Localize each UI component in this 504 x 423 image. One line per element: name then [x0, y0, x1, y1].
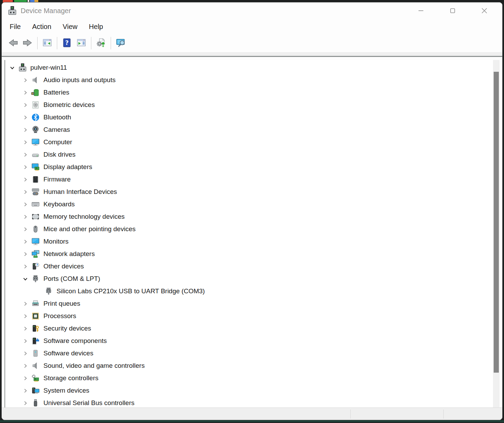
chevron-right-icon[interactable] [20, 126, 31, 134]
tree-item-pulver-win11[interactable]: pulver-win11 [5, 61, 493, 74]
forward-button[interactable] [20, 36, 35, 50]
tree-item-computer[interactable]: Computer [5, 136, 493, 148]
tree-item-network-adapters[interactable]: Network adapters [5, 248, 493, 260]
tree-item-bluetooth[interactable]: Bluetooth [5, 111, 493, 124]
tree-item-label: Mice and other pointing devices [43, 225, 135, 233]
tree-item-monitors[interactable]: Monitors [5, 235, 493, 248]
close-button[interactable] [468, 2, 500, 19]
tree-item-label: Bluetooth [43, 114, 71, 121]
tree-item-storage-controllers[interactable]: Storage controllers [5, 372, 493, 384]
tree-item-label: Disk drives [43, 151, 75, 158]
update-driver-button[interactable] [94, 36, 108, 50]
tree-item-memory-technology-devices[interactable]: Memory technology devices [5, 210, 493, 223]
tree-item-mice-and-other-pointing-devices[interactable]: Mice and other pointing devices [5, 223, 493, 235]
tree-item-label: Other devices [43, 263, 84, 270]
chevron-right-icon[interactable] [20, 312, 31, 320]
software-device-icon [31, 348, 40, 358]
tree-item-software-devices[interactable]: Software devices [5, 347, 493, 360]
help-button[interactable]: ? [60, 36, 74, 50]
tree-item-label: Firmware [43, 176, 71, 183]
tree-item-firmware[interactable]: Firmware [5, 173, 493, 186]
tree-item-display-adapters[interactable]: Display adapters [5, 161, 493, 173]
toolbar-separator [91, 37, 91, 49]
speaker-icon [31, 75, 40, 85]
chevron-down-icon[interactable] [20, 275, 31, 283]
scan-hardware-changes-button[interactable] [113, 36, 128, 50]
maximize-button[interactable] [437, 2, 468, 19]
taskbar-edge [0, 420, 504, 423]
scan-hardware-icon [115, 38, 126, 49]
chevron-right-icon[interactable] [20, 76, 31, 84]
tree-item-label: Audio inputs and outputs [43, 76, 115, 84]
chevron-down-icon[interactable] [7, 64, 18, 71]
minimize-button[interactable] [405, 2, 437, 19]
chevron-right-icon[interactable] [20, 300, 31, 307]
chevron-right-icon[interactable] [20, 238, 31, 245]
window-controls [405, 2, 500, 19]
tree-item-print-queues[interactable]: Print queues [5, 297, 493, 310]
vertical-scrollbar[interactable] [493, 60, 500, 407]
tree-item-software-components[interactable]: Software components [5, 335, 493, 347]
update-driver-icon [96, 38, 106, 49]
tree-item-label: Memory technology devices [43, 213, 125, 220]
menu-view[interactable]: View [58, 21, 82, 32]
window-title: Device Manager [21, 7, 71, 15]
tree-item-processors[interactable]: Processors [5, 310, 493, 322]
back-arrow-icon [8, 38, 18, 49]
chevron-right-icon[interactable] [20, 89, 31, 96]
chevron-right-icon[interactable] [20, 362, 31, 370]
security-key-icon [31, 324, 40, 333]
svg-text:?: ? [36, 263, 38, 267]
device-tree: pulver-win11Audio inputs and outputsBatt… [4, 60, 500, 407]
serial-port-icon [31, 274, 40, 284]
tree-item-cameras[interactable]: Cameras [5, 124, 493, 136]
show-hide-console-tree-button[interactable] [40, 36, 54, 50]
tree-item-silicon-labs-cp210x-usb-to-uart-bridge-com3[interactable]: Silicon Labs CP210x USB to UART Bridge (… [5, 285, 493, 297]
menu-action[interactable]: Action [28, 21, 56, 32]
chevron-right-icon[interactable] [20, 225, 31, 233]
tree-item-human-interface-devices[interactable]: Human Interface Devices [5, 186, 493, 198]
tree-item-universal-serial-bus-controllers[interactable]: Universal Serial Bus controllers [5, 397, 493, 407]
chevron-right-icon[interactable] [20, 387, 31, 394]
back-button[interactable] [6, 36, 20, 50]
help-icon: ? [62, 38, 72, 49]
show-hide-action-pane-button[interactable] [74, 36, 89, 50]
menu-file[interactable]: File [5, 21, 25, 32]
tree-item-system-devices[interactable]: System devices [5, 384, 493, 397]
chevron-right-icon[interactable] [20, 138, 31, 146]
toolbar: ? [2, 34, 502, 52]
title-bar[interactable]: Device Manager [2, 2, 502, 19]
tree-item-security-devices[interactable]: Security devices [5, 322, 493, 335]
system-device-icon [31, 386, 40, 395]
tree-item-other-devices[interactable]: ?Other devices [5, 260, 493, 273]
menu-help[interactable]: Help [84, 21, 108, 32]
chevron-right-icon[interactable] [20, 374, 31, 382]
tree-item-label: Human Interface Devices [43, 188, 117, 196]
tree-item-label: Security devices [43, 325, 91, 332]
chevron-right-icon[interactable] [20, 176, 31, 183]
tree-item-label: Display adapters [43, 163, 92, 171]
chevron-right-icon[interactable] [20, 200, 31, 208]
scrollbar-thumb[interactable] [494, 72, 499, 373]
chevron-right-icon[interactable] [20, 101, 31, 109]
chevron-right-icon[interactable] [20, 350, 31, 357]
tree-item-batteries[interactable]: Batteries [5, 86, 493, 99]
chevron-right-icon[interactable] [20, 163, 31, 171]
tree-item-disk-drives[interactable]: Disk drives [5, 148, 493, 161]
toolbar-divider [2, 52, 502, 57]
chevron-right-icon[interactable] [20, 151, 31, 158]
chevron-right-icon[interactable] [20, 213, 31, 220]
chevron-right-icon[interactable] [20, 114, 31, 121]
chevron-right-icon[interactable] [20, 188, 31, 196]
tree-item-audio-inputs-and-outputs[interactable]: Audio inputs and outputs [5, 74, 493, 86]
chevron-right-icon[interactable] [20, 263, 31, 270]
mouse-icon [31, 224, 40, 234]
tree-item-ports-com-lpt[interactable]: Ports (COM & LPT) [5, 273, 493, 285]
tree-item-sound-video-and-game-controllers[interactable]: Sound, video and game controllers [5, 360, 493, 372]
tree-item-biometric-devices[interactable]: Biometric devices [5, 99, 493, 111]
tree-item-keyboards[interactable]: Keyboards [5, 198, 493, 210]
chevron-right-icon[interactable] [20, 250, 31, 258]
chevron-right-icon[interactable] [20, 399, 31, 407]
chevron-right-icon[interactable] [20, 325, 31, 332]
chevron-right-icon[interactable] [20, 337, 31, 345]
